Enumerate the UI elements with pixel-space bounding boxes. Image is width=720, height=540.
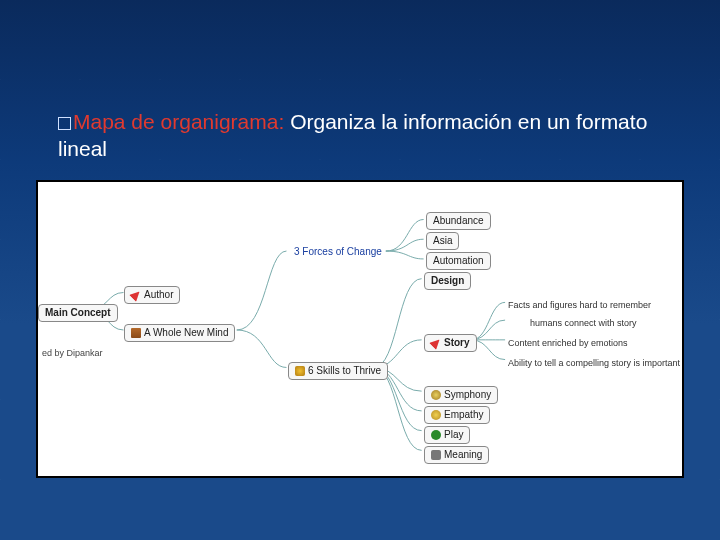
title-lead: Mapa de organigrama: [73, 110, 284, 133]
mindmap-screenshot: ed by Dipankar Main Concept Author A Who… [36, 180, 684, 478]
leaf-story-4: Ability to tell a compelling story is im… [508, 358, 680, 368]
slide-title: Mapa de organigrama: Organiza la informa… [58, 108, 650, 163]
node-symphony: Symphony [424, 386, 498, 404]
node-empathy: Empathy [424, 406, 490, 424]
meaning-icon [431, 450, 441, 460]
node-asia: Asia [426, 232, 459, 250]
book-icon [131, 328, 141, 338]
node-skills: 6 Skills to Thrive [288, 362, 388, 380]
feather-icon [129, 288, 143, 302]
node-credits: ed by Dipankar [36, 346, 109, 361]
node-design: Design [424, 272, 471, 290]
node-symphony-label: Symphony [444, 390, 491, 400]
leaf-story-2: humans connect with story [530, 318, 637, 328]
node-story: Story [424, 334, 477, 352]
skills-icon [295, 366, 305, 376]
node-author-label: Author [144, 290, 173, 300]
node-automation: Automation [426, 252, 491, 270]
node-book: A Whole New Mind [124, 324, 235, 342]
symphony-icon [431, 390, 441, 400]
node-story-label: Story [444, 338, 470, 348]
node-book-label: A Whole New Mind [144, 328, 228, 338]
node-empathy-label: Empathy [444, 410, 483, 420]
empathy-icon [431, 410, 441, 420]
bullet-icon [58, 117, 71, 130]
leaf-story-1: Facts and figures hard to remember [508, 300, 651, 310]
leaf-story-3: Content enriched by emotions [508, 338, 628, 348]
node-skills-label: 6 Skills to Thrive [308, 366, 381, 376]
node-meaning-label: Meaning [444, 450, 482, 460]
node-play-label: Play [444, 430, 463, 440]
node-forces: 3 Forces of Change [288, 244, 388, 260]
node-author: Author [124, 286, 180, 304]
node-meaning: Meaning [424, 446, 489, 464]
story-icon [429, 336, 443, 350]
node-play: Play [424, 426, 470, 444]
play-icon [431, 430, 441, 440]
node-main-concept: Main Concept [38, 304, 118, 322]
node-abundance: Abundance [426, 212, 491, 230]
